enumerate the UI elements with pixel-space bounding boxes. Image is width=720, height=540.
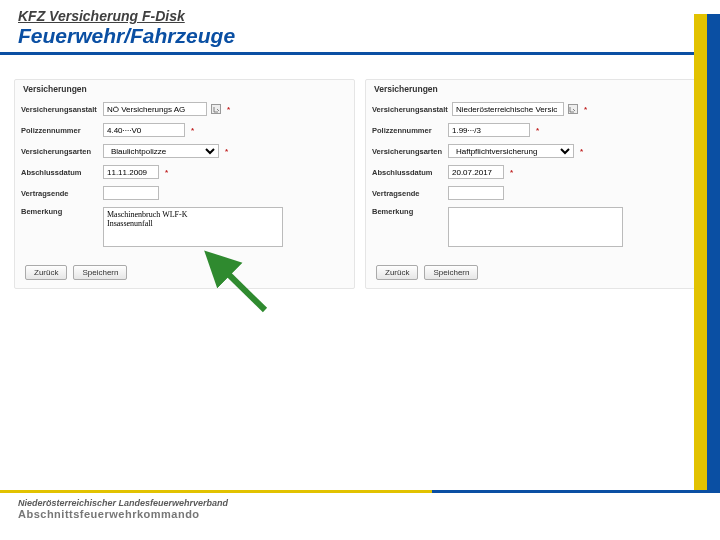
lookup-icon[interactable]	[211, 104, 221, 114]
footer-sub: Abschnittsfeuerwehrkommando	[18, 508, 702, 520]
input-anstalt[interactable]	[452, 102, 564, 116]
insurance-panel-right: Versicherungen Versicherungsanstalt * Po…	[365, 79, 706, 289]
row-polizze: Polizzennummer *	[21, 123, 348, 137]
back-button[interactable]: Zurück	[25, 265, 67, 280]
row-vertragsende: Vertragsende	[21, 186, 348, 200]
row-vertragsende: Vertragsende	[372, 186, 699, 200]
panels: Versicherungen Versicherungsanstalt * Po…	[0, 55, 720, 297]
required-star: *	[225, 147, 228, 156]
required-star: *	[584, 105, 587, 114]
row-anstalt: Versicherungsanstalt *	[21, 102, 348, 116]
insurance-panel-left: Versicherungen Versicherungsanstalt * Po…	[14, 79, 355, 289]
required-star: *	[510, 168, 513, 177]
label-polizze: Polizzennummer	[21, 126, 99, 135]
row-arten: Versicherungsarten Blaulichtpolizze *	[21, 144, 348, 158]
row-bemerkung: Bemerkung	[372, 207, 699, 247]
footer-divider	[0, 490, 720, 493]
row-bemerkung: Bemerkung	[21, 207, 348, 247]
label-bemerkung: Bemerkung	[372, 207, 444, 216]
required-star: *	[580, 147, 583, 156]
back-button[interactable]: Zurück	[376, 265, 418, 280]
input-vertragsende[interactable]	[448, 186, 504, 200]
label-vertragsende: Vertragsende	[372, 189, 444, 198]
lookup-icon[interactable]	[568, 104, 578, 114]
page-title: Feuerwehr/Fahrzeuge	[18, 24, 702, 48]
header: KFZ Versicherung F-Disk Feuerwehr/Fahrze…	[0, 0, 720, 55]
row-abschluss: Abschlussdatum *	[372, 165, 699, 179]
input-abschluss[interactable]	[448, 165, 504, 179]
button-row: Zurück Speichern	[25, 265, 348, 280]
select-arten[interactable]: Blaulichtpolizze	[103, 144, 219, 158]
required-star: *	[191, 126, 194, 135]
required-star: *	[227, 105, 230, 114]
footer-org: Niederösterreichischer Landesfeuerwehrve…	[18, 498, 702, 508]
textarea-bemerkung[interactable]	[103, 207, 283, 247]
footer: Niederösterreichischer Landesfeuerwehrve…	[0, 490, 720, 540]
button-row: Zurück Speichern	[376, 265, 699, 280]
label-anstalt: Versicherungsanstalt	[372, 105, 448, 114]
label-abschluss: Abschlussdatum	[21, 168, 99, 177]
label-bemerkung: Bemerkung	[21, 207, 99, 216]
required-star: *	[536, 126, 539, 135]
input-vertragsende[interactable]	[103, 186, 159, 200]
super-title: KFZ Versicherung F-Disk	[18, 8, 702, 24]
row-abschluss: Abschlussdatum *	[21, 165, 348, 179]
row-arten: Versicherungsarten Haftpflichtversicheru…	[372, 144, 699, 158]
save-button[interactable]: Speichern	[73, 265, 127, 280]
input-anstalt[interactable]	[103, 102, 207, 116]
side-stripe	[694, 14, 720, 540]
label-abschluss: Abschlussdatum	[372, 168, 444, 177]
textarea-bemerkung[interactable]	[448, 207, 623, 247]
label-polizze: Polizzennummer	[372, 126, 444, 135]
label-anstalt: Versicherungsanstalt	[21, 105, 99, 114]
row-anstalt: Versicherungsanstalt *	[372, 102, 699, 116]
panel-heading: Versicherungen	[374, 84, 699, 94]
row-polizze: Polizzennummer *	[372, 123, 699, 137]
input-polizze[interactable]	[103, 123, 185, 137]
input-polizze[interactable]	[448, 123, 530, 137]
label-arten: Versicherungsarten	[372, 147, 444, 156]
panel-heading: Versicherungen	[23, 84, 348, 94]
save-button[interactable]: Speichern	[424, 265, 478, 280]
label-arten: Versicherungsarten	[21, 147, 99, 156]
select-arten[interactable]: Haftpflichtversicherung	[448, 144, 574, 158]
label-vertragsende: Vertragsende	[21, 189, 99, 198]
required-star: *	[165, 168, 168, 177]
input-abschluss[interactable]	[103, 165, 159, 179]
